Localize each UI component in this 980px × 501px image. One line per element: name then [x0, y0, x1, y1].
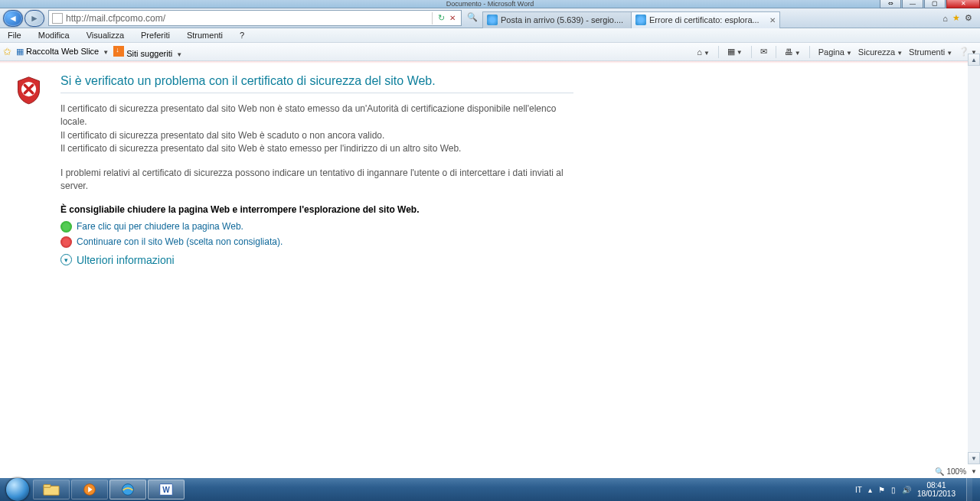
- close-page-link[interactable]: Fare clic qui per chiudere la pagina Web…: [77, 221, 243, 232]
- print-icon[interactable]: 🖶▼: [785, 47, 801, 57]
- cmd-tools[interactable]: Strumenti▼: [909, 47, 952, 57]
- tab-strip: Posta in arrivo (5.639) - sergio.... Err…: [482, 8, 938, 28]
- suggested-icon: [113, 46, 124, 57]
- taskbar-ie[interactable]: [109, 480, 146, 499]
- maximize-button[interactable]: ▢: [924, 0, 946, 8]
- favorites-star-icon[interactable]: ★: [952, 13, 960, 23]
- tab-inbox[interactable]: Posta in arrivo (5.639) - sergio....: [482, 11, 632, 28]
- menu-tools[interactable]: Strumenti: [184, 30, 226, 41]
- shield-error-icon: [15, 76, 42, 105]
- taskbar-mediaplayer[interactable]: [71, 480, 108, 499]
- menu-edit[interactable]: Modifica: [35, 30, 73, 41]
- forward-button[interactable]: ►: [24, 10, 44, 27]
- tools-gear-icon[interactable]: ⚙: [965, 13, 972, 23]
- menu-favorites[interactable]: Preferiti: [138, 30, 173, 41]
- tab-cert-error[interactable]: Errore di certificato: esplora... ✕: [631, 11, 780, 28]
- close-button[interactable]: ✕: [946, 0, 980, 8]
- status-zoom: 🔍 100% ▼: [935, 464, 978, 478]
- address-bar[interactable]: ↻ ✕: [48, 10, 462, 26]
- background-app-title: Documento - Microsoft Word: [446, 0, 534, 8]
- menu-bar: File Modifica Visualizza Preferiti Strum…: [0, 28, 980, 43]
- tray-volume-icon[interactable]: 🔊: [902, 486, 911, 494]
- svg-rect-2: [44, 485, 51, 488]
- tray-clock[interactable]: 08:41 18/01/2013: [917, 481, 956, 498]
- ok-icon: [60, 221, 72, 233]
- back-button[interactable]: ◄: [3, 10, 23, 27]
- menu-view[interactable]: Visualizza: [83, 30, 127, 41]
- error-detail-line: Il certificato di sicurezza presentato d…: [60, 142, 573, 155]
- svg-text:W: W: [162, 486, 170, 494]
- page-content: Si è verificato un problema con il certi…: [0, 63, 980, 281]
- continue-anyway-link[interactable]: Continuare con il sito Web (scelta non c…: [77, 236, 283, 247]
- webslice-link[interactable]: ▦ Raccolta Web Slice ▼: [16, 47, 109, 57]
- tab-close-icon[interactable]: ✕: [769, 16, 776, 24]
- error-detail-line: Il certificato di sicurezza presentato d…: [60, 102, 573, 129]
- favicon-icon: [635, 15, 646, 25]
- menu-help[interactable]: ?: [237, 30, 247, 41]
- error-recommendation: È consigliabile chiudere la pagina Web e…: [60, 203, 573, 216]
- start-button[interactable]: [3, 478, 32, 501]
- scroll-down-icon[interactable]: ▼: [968, 452, 980, 464]
- search-icon[interactable]: 🔍: [467, 12, 479, 24]
- home-icon[interactable]: ⌂: [942, 14, 948, 23]
- taskbar-word[interactable]: W: [148, 480, 185, 499]
- taskbar-explorer[interactable]: [33, 480, 70, 499]
- page-icon: [52, 13, 63, 24]
- add-favorite-icon[interactable]: ✩: [3, 46, 11, 57]
- tray-flag-icon[interactable]: ⚑: [878, 486, 885, 494]
- tray-network-icon[interactable]: ▯: [891, 486, 896, 494]
- favicon-icon: [487, 15, 498, 25]
- zoom-icon[interactable]: 🔍: [935, 467, 944, 476]
- tab-label: Posta in arrivo (5.639) - sergio....: [501, 15, 627, 24]
- minimize-button[interactable]: —: [902, 0, 923, 8]
- dropdown-icon: ▼: [176, 51, 182, 58]
- vertical-scrollbar[interactable]: ▲ ▼: [968, 54, 980, 464]
- taskbar: W IT ▴ ⚑ ▯ 🔊 08:41 18/01/2013: [0, 478, 980, 501]
- tray-lang[interactable]: IT: [855, 486, 862, 494]
- menu-file[interactable]: File: [5, 30, 24, 41]
- split-icon[interactable]: ⇔: [880, 0, 901, 8]
- favorites-bar: ✩ ▦ Raccolta Web Slice ▼ Siti suggeriti …: [0, 43, 980, 61]
- readmail-icon[interactable]: ✉: [760, 47, 767, 57]
- dropdown-icon: ▼: [103, 49, 109, 56]
- tab-label: Errore di certificato: esplora...: [649, 15, 767, 24]
- system-tray: IT ▴ ⚑ ▯ 🔊 08:41 18/01/2013: [855, 478, 977, 501]
- zoom-level: 100%: [947, 467, 967, 476]
- error-heading: Si è verificato un problema con il certi…: [60, 74, 573, 88]
- url-input[interactable]: [66, 13, 430, 24]
- tray-show-hidden-icon[interactable]: ▴: [868, 486, 872, 494]
- error-detail-line: Il certificato di sicurezza presentato d…: [60, 129, 573, 142]
- warning-icon: [60, 236, 72, 248]
- zoom-dropdown-icon[interactable]: ▼: [971, 468, 977, 475]
- expand-icon[interactable]: ▾: [60, 254, 72, 265]
- home-icon[interactable]: ⌂▼: [697, 47, 710, 57]
- error-warning-text: I problemi relativi al certificato di si…: [60, 167, 573, 194]
- cmd-page[interactable]: Pagina▼: [818, 47, 852, 57]
- more-info-link[interactable]: Ulteriori informazioni: [77, 254, 175, 266]
- stop-icon[interactable]: ✕: [447, 14, 458, 22]
- suggested-sites-link[interactable]: Siti suggeriti ▼: [113, 46, 182, 58]
- scroll-up-icon[interactable]: ▲: [968, 54, 980, 66]
- cmd-safety[interactable]: Sicurezza▼: [858, 47, 903, 57]
- navigation-bar: ◄ ► ↻ ✕ 🔍 Posta in arrivo (5.639) - serg…: [0, 8, 980, 28]
- refresh-icon[interactable]: ↻: [436, 13, 447, 23]
- feeds-icon[interactable]: ▦▼: [727, 47, 743, 57]
- show-desktop-button[interactable]: [966, 478, 972, 501]
- window-titlebar: Documento - Microsoft Word ⇔ — ▢ ✕: [0, 0, 980, 8]
